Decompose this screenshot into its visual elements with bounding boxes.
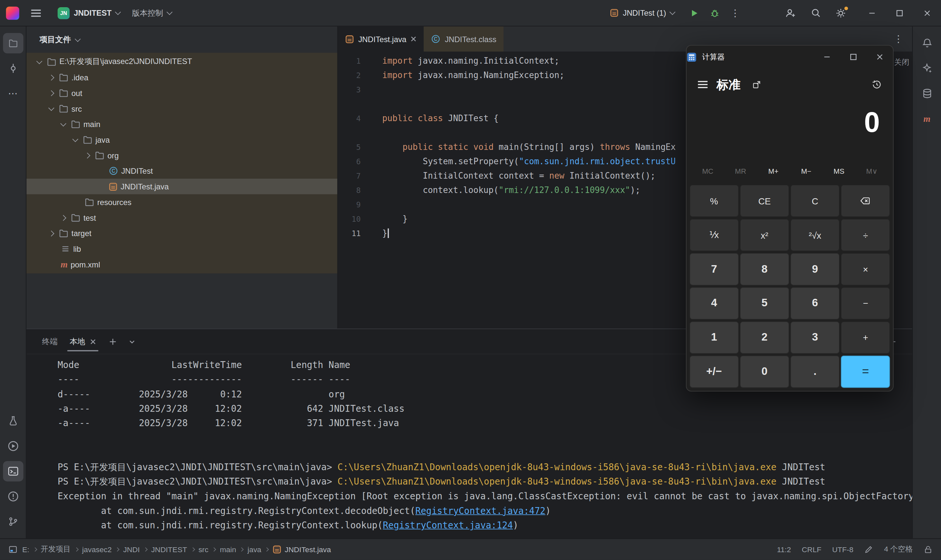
file-encoding[interactable]: UTF-8 — [832, 545, 853, 554]
calc-key-+/−[interactable]: +/− — [690, 355, 739, 388]
calc-key-8[interactable]: 8 — [740, 253, 789, 286]
breadcrumb-item[interactable]: E: — [22, 545, 29, 554]
chevron-down-icon[interactable] — [72, 136, 78, 142]
caret-position[interactable]: 11:2 — [777, 545, 791, 554]
chevron-right-icon[interactable] — [48, 90, 54, 96]
calc-minimize-button[interactable] — [814, 46, 840, 69]
calc-key-=[interactable]: = — [841, 355, 890, 388]
stacktrace-link[interactable]: RegistryContext.java:124 — [383, 520, 513, 531]
calc-keep-on-top-button[interactable] — [749, 77, 765, 92]
search-everywhere-button[interactable] — [805, 4, 825, 22]
calc-key-+[interactable]: + — [841, 321, 890, 354]
tool-strip-problems[interactable] — [3, 486, 23, 506]
tree-item[interactable]: .idea — [26, 69, 337, 85]
tree-item[interactable]: CJNDITest — [26, 163, 337, 178]
code-with-me-button[interactable] — [780, 4, 801, 22]
stacktrace-link[interactable]: RegistryContext.java:472 — [415, 505, 546, 516]
new-terminal-tab-button[interactable] — [104, 333, 121, 350]
calc-key-C[interactable]: C — [791, 185, 840, 217]
tree-item[interactable]: org — [26, 148, 337, 163]
line-separator[interactable]: CRLF — [802, 545, 821, 554]
calc-key-4[interactable]: 4 — [690, 287, 739, 320]
breadcrumb-item[interactable]: javasec2 — [82, 545, 112, 554]
calc-key-x²[interactable]: x² — [740, 219, 789, 251]
breadcrumb-item[interactable]: main — [220, 545, 236, 554]
chevron-right-icon[interactable] — [84, 152, 90, 158]
tree-item[interactable]: java — [26, 132, 337, 148]
run-button[interactable] — [684, 4, 704, 22]
calc-key-%[interactable]: % — [690, 185, 739, 217]
chevron-right-icon[interactable] — [48, 74, 54, 80]
debug-button[interactable] — [705, 4, 725, 22]
calculator-titlebar[interactable]: 计算器 — [686, 46, 893, 69]
tree-item[interactable]: lib — [26, 241, 337, 257]
calc-key-2[interactable]: 2 — [740, 321, 789, 354]
calc-close-button[interactable] — [867, 46, 893, 69]
memory-button-M∨[interactable]: M∨ — [855, 164, 888, 178]
tool-strip-run[interactable] — [3, 436, 23, 456]
chevron-right-icon[interactable] — [48, 230, 54, 236]
tool-strip-commit[interactable] — [3, 58, 23, 78]
chevron-down-icon[interactable] — [36, 58, 42, 64]
breadcrumb-item[interactable]: 开发项目 — [41, 544, 71, 554]
tool-strip-maven[interactable]: m — [917, 108, 937, 129]
breadcrumb-item[interactable]: JNDITEST — [151, 545, 187, 554]
project-selector[interactable]: JN JNDITEST — [53, 4, 125, 22]
calc-key-.[interactable]: . — [791, 355, 840, 388]
vcs-menu[interactable]: 版本控制 — [127, 4, 176, 22]
project-view-selector[interactable]: 项目文件 — [40, 34, 80, 45]
calc-key-6[interactable]: 6 — [791, 287, 840, 320]
tool-strip-terminal[interactable] — [3, 461, 23, 481]
settings-button[interactable] — [830, 4, 851, 22]
calc-key-CE[interactable]: CE — [740, 185, 789, 217]
tree-item[interactable]: E:\开发项目\javasec2\JNDI\JNDITEST — [26, 54, 337, 69]
calc-key-1[interactable]: 1 — [690, 321, 739, 354]
readonly-toggle[interactable] — [924, 545, 933, 554]
tree-item[interactable]: src — [26, 101, 337, 116]
tool-strip-ai-assistant[interactable] — [917, 58, 937, 78]
window-maximize-button[interactable] — [886, 0, 913, 26]
tree-item[interactable]: target — [26, 225, 337, 241]
calc-key-÷[interactable]: ÷ — [841, 219, 890, 251]
calc-key-−[interactable]: − — [841, 287, 890, 320]
calc-key-backspace[interactable] — [841, 185, 890, 217]
terminal-tab-dropdown-button[interactable] — [123, 333, 140, 350]
tool-strip-database[interactable] — [917, 83, 937, 103]
calc-key-5[interactable]: 5 — [740, 287, 789, 320]
more-run-options-button[interactable]: ⋮ — [725, 4, 745, 22]
tree-item[interactable]: resources — [26, 194, 337, 210]
tool-strip-project[interactable] — [3, 33, 23, 53]
terminal-tab[interactable]: 终端 — [36, 329, 63, 354]
tool-strip-version-control[interactable] — [3, 511, 23, 532]
tool-strip-services[interactable] — [3, 411, 23, 431]
memory-button-MR[interactable]: MR — [724, 164, 757, 178]
tree-item[interactable]: test — [26, 210, 337, 226]
calc-maximize-button[interactable] — [840, 46, 867, 69]
breadcrumb-item[interactable]: JNDI — [123, 545, 140, 554]
memory-button-MC[interactable]: MC — [691, 164, 724, 178]
chevron-down-icon[interactable] — [48, 105, 54, 111]
calc-key-²√x[interactable]: ²√x — [791, 219, 840, 251]
tool-strip-more-tools[interactable]: ⋯ — [3, 83, 23, 103]
calc-menu-button[interactable] — [694, 75, 712, 93]
breadcrumb-item[interactable]: src — [198, 545, 208, 554]
close-terminal-tab-button[interactable] — [90, 338, 96, 344]
window-minimize-button[interactable] — [858, 0, 886, 26]
close-tab-button[interactable] — [410, 36, 417, 42]
editor-tab[interactable]: JNDITest.java — [338, 26, 424, 52]
calc-key-7[interactable]: 7 — [690, 253, 739, 286]
tree-item[interactable]: mpom.xml — [26, 257, 337, 272]
indent-setting[interactable]: 4 个空格 — [884, 544, 913, 554]
window-close-button[interactable] — [913, 0, 941, 26]
calc-key-0[interactable]: 0 — [740, 355, 789, 388]
memory-button-M−[interactable]: M− — [790, 164, 822, 178]
notification-close-label[interactable]: 关闭 — [894, 57, 909, 68]
calc-key-3[interactable]: 3 — [791, 321, 840, 354]
tool-strip-notifications[interactable] — [917, 33, 937, 53]
tree-item[interactable]: main — [26, 116, 337, 132]
breadcrumb-item[interactable]: JNDITest.java — [273, 545, 331, 554]
tree-item[interactable]: JNDITest.java — [26, 178, 337, 194]
calc-key-9[interactable]: 9 — [791, 253, 840, 286]
chevron-down-icon[interactable] — [60, 120, 66, 126]
memory-button-M+[interactable]: M+ — [757, 164, 790, 178]
